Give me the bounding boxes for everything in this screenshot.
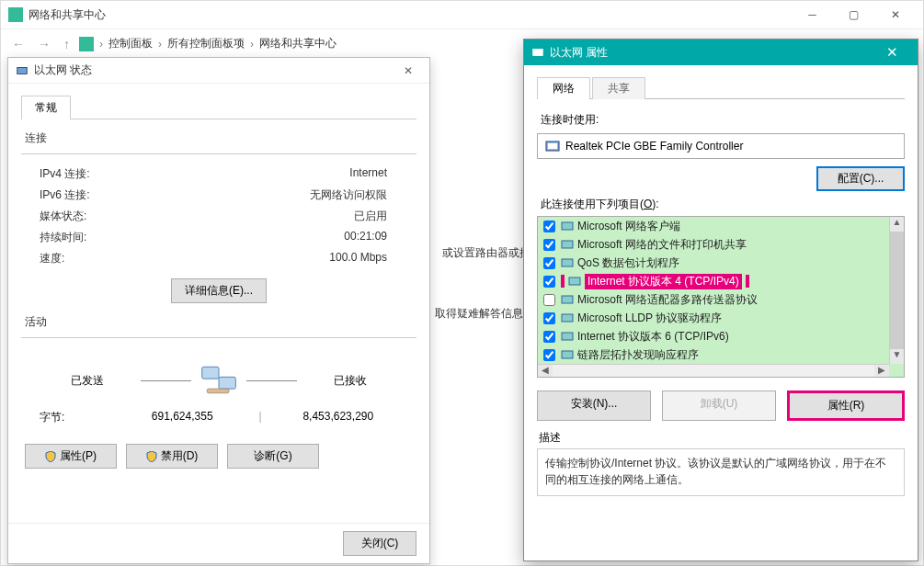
uninstall-button: 卸载(U) bbox=[662, 391, 776, 421]
main-titlebar: 网络和共享中心 ─ ▢ ✕ bbox=[1, 1, 923, 28]
ethernet-properties-dialog: 以太网 属性 ✕ 网络 共享 连接时使用: Realtek PCIe GBE F… bbox=[523, 39, 918, 561]
horizontal-scrollbar[interactable]: ◀ ▶ bbox=[538, 364, 889, 377]
install-button[interactable]: 安装(N)... bbox=[537, 391, 651, 421]
status-tabs: 常规 bbox=[21, 95, 416, 119]
item-checkbox[interactable] bbox=[543, 312, 555, 324]
item-checkbox[interactable] bbox=[543, 294, 555, 306]
list-item[interactable]: Internet 协议版本 4 (TCP/IPv4) bbox=[538, 272, 889, 290]
breadcrumb-item[interactable]: 所有控制面板项 bbox=[167, 36, 245, 51]
chevron-right-icon: › bbox=[99, 38, 103, 51]
window-controls: ─ ▢ ✕ bbox=[792, 1, 916, 28]
list-item[interactable]: Microsoft LLDP 协议驱动程序 bbox=[538, 309, 889, 327]
scroll-down-icon[interactable]: ▼ bbox=[890, 349, 904, 364]
vertical-scrollbar[interactable]: ▲ ▼ bbox=[889, 217, 904, 364]
connection-header: 连接 bbox=[25, 130, 416, 146]
recv-label: 已接收 bbox=[304, 373, 396, 389]
list-item[interactable]: Microsoft 网络适配器多路传送器协议 bbox=[538, 290, 889, 309]
svg-rect-7 bbox=[562, 222, 573, 230]
item-label: Microsoft LLDP 协议驱动程序 bbox=[577, 311, 722, 326]
protocol-icon bbox=[561, 257, 574, 268]
svg-rect-10 bbox=[569, 277, 580, 285]
properties-button[interactable]: 属性(P) bbox=[25, 444, 117, 469]
close-button[interactable]: ✕ bbox=[874, 1, 916, 28]
svg-rect-1 bbox=[202, 367, 219, 379]
description-label: 描述 bbox=[539, 430, 905, 446]
speed-value: 100.0 Mbps bbox=[177, 251, 413, 266]
items-listbox[interactable]: Microsoft 网络客户端Microsoft 网络的文件和打印机共享QoS … bbox=[537, 216, 905, 378]
item-checkbox[interactable] bbox=[543, 257, 555, 269]
background-text: 取得疑难解答信息。 bbox=[435, 306, 534, 322]
breadcrumb-item[interactable]: 控制面板 bbox=[108, 36, 153, 51]
duration-value: 00:21:09 bbox=[177, 230, 413, 245]
connect-using-label: 连接时使用: bbox=[541, 112, 905, 128]
close-button[interactable]: 关闭(C) bbox=[343, 531, 416, 556]
ethernet-status-dialog: 以太网 状态 ✕ 常规 连接 IPv4 连接:Internet IPv6 连接:… bbox=[7, 57, 430, 564]
scroll-right-icon[interactable]: ▶ bbox=[874, 365, 889, 377]
item-checkbox[interactable] bbox=[543, 276, 555, 288]
highlight-marker bbox=[561, 275, 565, 288]
adapter-box: Realtek PCIe GBE Family Controller bbox=[537, 133, 905, 159]
diagnose-button[interactable]: 诊断(G) bbox=[227, 444, 319, 469]
nav-fwd-icon[interactable]: → bbox=[34, 37, 54, 51]
tab-general[interactable]: 常规 bbox=[21, 96, 71, 119]
disable-button-label: 禁用(D) bbox=[161, 448, 199, 464]
item-properties-button[interactable]: 属性(R) bbox=[787, 391, 905, 421]
shield-icon bbox=[45, 451, 56, 462]
item-label: 链路层拓扑发现响应程序 bbox=[577, 347, 699, 363]
status-titlebar: 以太网 状态 ✕ bbox=[8, 58, 429, 84]
props-tabs: 网络 共享 bbox=[537, 76, 905, 99]
close-icon[interactable]: ✕ bbox=[873, 44, 910, 61]
bytes-recv: 8,453,623,290 bbox=[269, 410, 407, 425]
protocol-icon bbox=[561, 294, 574, 305]
list-item[interactable]: QoS 数据包计划程序 bbox=[538, 254, 889, 272]
activity-diagram: 已发送 已接收 bbox=[21, 360, 416, 401]
protocol-icon bbox=[561, 239, 574, 250]
list-item[interactable]: Internet 协议版本 6 (TCP/IPv6) bbox=[538, 327, 889, 345]
configure-button[interactable]: 配置(C)... bbox=[816, 166, 905, 191]
sent-label: 已发送 bbox=[41, 373, 133, 389]
protocol-icon bbox=[568, 276, 581, 287]
description-text: 传输控制协议/Internet 协议。该协议是默认的广域网络协议，用于在不同的相… bbox=[537, 448, 905, 496]
svg-rect-13 bbox=[562, 333, 573, 340]
activity-header: 活动 bbox=[25, 314, 416, 330]
item-checkbox[interactable] bbox=[543, 331, 555, 343]
item-label: Internet 协议版本 4 (TCP/IPv4) bbox=[585, 274, 742, 289]
duration-label: 持续时间: bbox=[40, 230, 177, 245]
details-button[interactable]: 详细信息(E)... bbox=[171, 278, 267, 303]
bytes-sent: 691,624,355 bbox=[113, 410, 251, 425]
nav-up-icon[interactable]: ↑ bbox=[60, 37, 74, 51]
breadcrumb-item[interactable]: 网络和共享中心 bbox=[259, 36, 337, 51]
list-item[interactable]: Microsoft 网络的文件和打印机共享 bbox=[538, 235, 889, 254]
svg-rect-2 bbox=[219, 377, 235, 389]
tab-network[interactable]: 网络 bbox=[537, 77, 590, 99]
scroll-up-icon[interactable]: ▲ bbox=[890, 217, 904, 232]
minimize-button[interactable]: ─ bbox=[792, 1, 833, 28]
bytes-label: 字节: bbox=[40, 410, 113, 425]
svg-rect-8 bbox=[562, 241, 573, 248]
media-value: 已启用 bbox=[177, 209, 413, 224]
close-icon[interactable]: ✕ bbox=[394, 64, 422, 77]
svg-rect-12 bbox=[562, 314, 573, 322]
item-label: Internet 协议版本 6 (TCP/IPv6) bbox=[577, 329, 729, 345]
list-item[interactable]: 链路层拓扑发现响应程序 bbox=[538, 345, 889, 364]
item-checkbox[interactable] bbox=[543, 349, 555, 361]
maximize-button[interactable]: ▢ bbox=[833, 1, 874, 28]
status-title: 以太网 状态 bbox=[34, 62, 394, 78]
item-checkbox[interactable] bbox=[543, 221, 555, 232]
speed-label: 速度: bbox=[40, 251, 177, 266]
scroll-thumb[interactable] bbox=[890, 232, 904, 349]
item-checkbox[interactable] bbox=[543, 239, 555, 251]
chevron-right-icon: › bbox=[250, 38, 254, 51]
disable-button[interactable]: 禁用(D) bbox=[126, 444, 218, 469]
svg-rect-11 bbox=[562, 296, 573, 303]
nav-back-icon[interactable]: ← bbox=[8, 37, 29, 51]
scroll-left-icon[interactable]: ◀ bbox=[538, 365, 553, 377]
ethernet-icon bbox=[531, 46, 544, 59]
svg-rect-9 bbox=[562, 259, 573, 266]
tab-sharing[interactable]: 共享 bbox=[592, 77, 645, 99]
svg-rect-6 bbox=[548, 143, 557, 149]
svg-rect-14 bbox=[562, 351, 573, 358]
ipv4-label: IPv4 连接: bbox=[40, 166, 177, 182]
list-item[interactable]: Microsoft 网络客户端 bbox=[538, 217, 889, 235]
item-label: Microsoft 网络的文件和打印机共享 bbox=[577, 237, 747, 253]
